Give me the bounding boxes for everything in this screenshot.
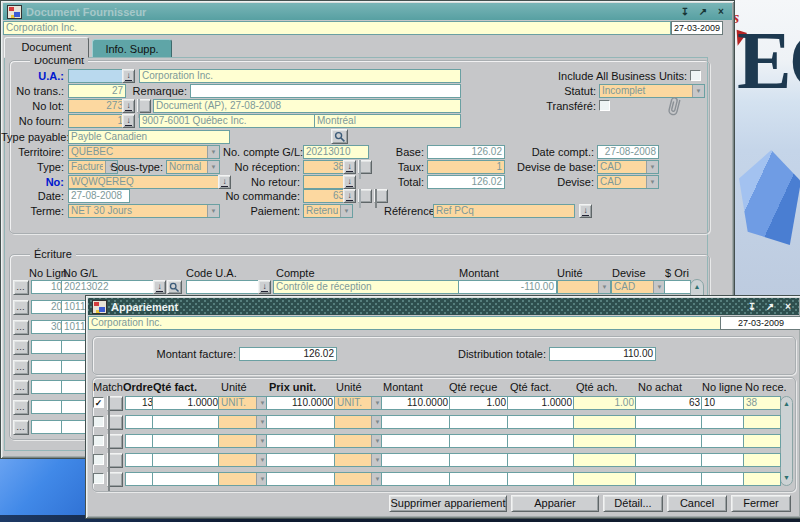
gl-search-button[interactable] [167,280,182,294]
cancel-button[interactable]: Cancel [667,495,727,512]
qte-fact-field-2[interactable]: 1.0000 [507,396,575,410]
ecriture-no-lign[interactable] [31,400,65,414]
ecriture-montant[interactable]: -110.00 [458,280,557,294]
ecriture-unite-select[interactable]: ▼ [557,280,611,294]
row-detail-button[interactable] [107,434,123,449]
qte-recue-field[interactable] [449,472,509,486]
no-fourn-name-field[interactable]: 9007-6001 Québec Inc. [139,114,317,128]
unite-select-2[interactable]: UNIT.▼ [334,396,384,410]
no-trans-field[interactable]: 27 [68,84,126,98]
row-menu-button[interactable]: … [13,380,29,395]
ecriture-devise-select[interactable]: CAD▼ [611,280,666,294]
minimize-icon[interactable]: ↧ [678,5,692,18]
ua-name-field[interactable]: Corporation Inc. [139,69,461,83]
tab-info-supp[interactable]: Info. Supp. [92,39,172,58]
terme-select[interactable]: NET 30 Jours▼ [68,204,220,218]
no-fourn-field[interactable]: 1 [68,114,126,128]
no-achat-field[interactable]: 63 [635,396,703,410]
no-lot-field[interactable]: 273 [68,99,126,113]
qte-recue-field[interactable] [449,415,509,429]
qte-recue-field[interactable] [449,434,509,448]
statut-select[interactable]: Incomplet▼ [599,84,705,98]
montant-field[interactable] [381,434,451,448]
qte-fact-field-2[interactable] [507,453,575,467]
row-menu-button[interactable]: … [13,280,29,295]
tab-document[interactable]: Document [4,37,89,58]
match-checkbox[interactable] [93,473,104,484]
transfere-checkbox[interactable] [599,100,610,111]
taux-field[interactable]: 1 [427,160,505,174]
no-rece-field[interactable] [743,434,781,448]
ecriture-no-lign[interactable]: 30 [31,320,65,334]
qte-fact-field[interactable] [152,434,221,448]
company-header-field[interactable]: Corporation Inc. [3,21,671,35]
prix-unit-field[interactable]: 110.0000 [266,396,336,410]
qte-fact-field-2[interactable] [507,472,575,486]
ecriture-no-lign[interactable] [31,360,65,374]
no-commande-field[interactable]: 63 [303,189,347,203]
no-commande-grid-button[interactable] [374,189,388,203]
apparier-button[interactable]: Apparier [511,495,599,512]
no-ligne-field[interactable] [701,472,745,486]
qte-fact-field[interactable] [152,472,221,486]
no-fourn-city-field[interactable]: Montréal [314,114,461,128]
no-rece-field[interactable] [743,472,781,486]
base-field[interactable]: 126.02 [427,145,505,159]
no-reception-doc-button[interactable] [358,160,372,174]
no-rece-field[interactable] [743,415,781,429]
row-menu-button[interactable]: … [13,360,29,375]
no-rece-field[interactable]: 38 [743,396,781,410]
no-fourn-lov-button[interactable]: ↓ [122,114,135,128]
match-checkbox[interactable]: ✓ [93,397,104,408]
row-menu-button[interactable]: … [13,400,29,415]
restore-icon[interactable]: ↗ [696,5,710,18]
ecriture-no-gl[interactable]: 20213022 [61,280,157,294]
row-menu-button[interactable]: … [13,340,29,355]
prix-unit-field[interactable] [266,415,336,429]
search-button[interactable] [331,129,348,144]
close-icon[interactable]: × [714,5,728,18]
montant-facture-field[interactable]: 126.02 [239,347,337,361]
qte-ach-field[interactable] [573,415,637,429]
code-ua-lov-button[interactable]: ↓ [258,280,271,294]
date-compt-field[interactable]: 27-08-2008 [597,145,659,159]
include-all-checkbox[interactable] [690,70,701,81]
qte-ach-field[interactable] [573,453,637,467]
row-menu-button[interactable]: … [13,420,29,435]
qte-fact-field[interactable]: 1.0000 [152,396,221,410]
match-checkbox[interactable] [93,435,104,446]
distribution-totale-field[interactable]: 110.00 [549,347,656,361]
ecriture-no-lign[interactable] [31,420,65,434]
no-lot-desc-field[interactable]: Document (AP), 27-08-2008 [153,99,461,113]
no-achat-field[interactable] [635,453,703,467]
no-lot-lov-button[interactable]: ↓ [122,99,135,113]
devise-select[interactable]: CAD▼ [597,175,659,189]
supprimer-appariement-button[interactable]: Supprimer appariement [389,495,507,512]
no-achat-field[interactable] [635,472,703,486]
unite-select-2[interactable]: ▼ [334,472,384,486]
row-detail-button[interactable] [107,472,123,487]
unite-select-2[interactable]: ▼ [334,453,384,467]
qte-fact-field-2[interactable] [507,415,575,429]
no-ligne-field[interactable]: 10 [701,396,745,410]
qte-ach-field[interactable]: 1.00 [573,396,637,410]
reference-field[interactable]: Ref PCq [433,204,575,218]
montant-field[interactable] [381,453,451,467]
prix-unit-field[interactable] [266,453,336,467]
qte-fact-field[interactable] [152,415,221,429]
scroll-up-icon[interactable]: ▲ [781,398,792,410]
header-date-field[interactable]: 27-03-2009 [720,316,800,330]
restore-icon[interactable]: ↗ [763,300,777,313]
row-menu-button[interactable]: … [13,300,29,315]
ua-lov-button[interactable]: ↓ [122,69,135,83]
date-field[interactable]: 27-08-2008 [68,189,130,203]
unite-select[interactable]: ▼ [218,415,269,429]
row-detail-button[interactable] [107,415,123,430]
prix-unit-field[interactable] [266,472,336,486]
unite-select[interactable]: ▼ [218,453,269,467]
match-checkbox[interactable] [93,454,104,465]
ecriture-code-ua[interactable] [186,280,260,294]
row-detail-button[interactable] [107,453,123,468]
qte-ach-field[interactable] [573,472,637,486]
detail-button[interactable]: Détail... [603,495,663,512]
